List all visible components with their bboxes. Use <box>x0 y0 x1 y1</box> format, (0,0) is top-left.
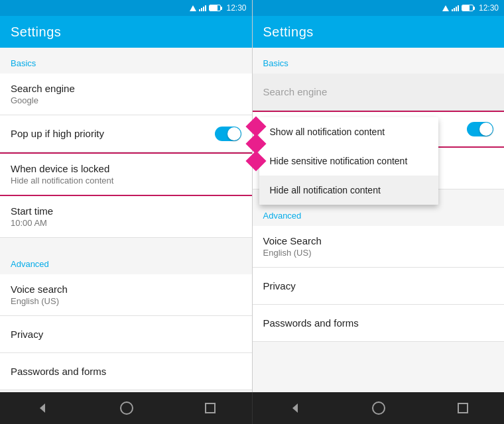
time-right: 12:30 <box>479 3 499 13</box>
svg-marker-0 <box>40 403 45 413</box>
toggle-knob-right <box>479 123 493 136</box>
back-button-right[interactable] <box>278 397 311 419</box>
dropdown-item-show-all[interactable]: Show all notification content <box>259 117 438 146</box>
status-bar-content-right: 12:30 <box>442 3 499 13</box>
item-passwords-right[interactable]: Passwords and forms <box>253 305 505 342</box>
start-time-title-left: Start time <box>11 205 241 217</box>
privacy-title-right: Privacy <box>263 280 494 292</box>
voice-search-subtitle-right: English (US) <box>263 248 494 258</box>
nav-right <box>253 392 505 424</box>
status-bar-right: 12:30 <box>253 0 505 16</box>
app-bar-title-left: Settings <box>11 25 61 40</box>
item-privacy-left[interactable]: Privacy <box>0 316 252 353</box>
wifi-icon-left <box>190 5 196 11</box>
back-button-left[interactable] <box>25 397 58 419</box>
time-left: 12:30 <box>226 3 246 13</box>
status-bar-left: 12:30 <box>0 0 252 16</box>
back-icon-left <box>36 402 48 414</box>
passwords-title-right: Passwords and forms <box>263 317 494 329</box>
dropdown-item-hide-all[interactable]: Hide all notification content <box>259 176 438 205</box>
section-basics-left: Basics <box>0 48 252 74</box>
home-icon-right <box>372 401 385 415</box>
item-device-locked-left[interactable]: When device is locked Hide all notificat… <box>0 152 252 196</box>
toggle-popup-left[interactable] <box>215 127 241 141</box>
signal-icon-right <box>452 5 459 11</box>
recents-icon-left <box>205 403 216 413</box>
voice-search-title-left: Voice search <box>11 284 241 295</box>
dropdown-menu: Show all notification content Hide sensi… <box>259 117 438 205</box>
app-bar-right: Settings <box>253 16 505 48</box>
back-icon-right <box>288 402 300 414</box>
home-icon-left <box>120 401 133 415</box>
item-search-engine-left[interactable]: Search engine Google <box>0 74 252 115</box>
start-time-subtitle-left: 10:00 AM <box>11 218 241 228</box>
voice-search-subtitle-left: English (US) <box>11 296 241 306</box>
signal-icon-left <box>199 5 206 11</box>
item-popup-left[interactable]: Pop up if high priority <box>0 115 252 152</box>
home-button-right[interactable] <box>361 396 396 420</box>
device-locked-title-left: When device is locked <box>11 163 241 174</box>
section-basics-right: Basics <box>253 48 505 74</box>
recents-icon-right <box>458 403 468 413</box>
search-engine-subtitle-left: Google <box>11 95 241 105</box>
section-advanced-left: Advanced <box>0 248 252 274</box>
passwords-title-left: Passwords and forms <box>11 366 241 377</box>
divider-left <box>0 238 252 248</box>
recents-button-left[interactable] <box>194 398 226 419</box>
svg-marker-1 <box>292 403 298 413</box>
settings-content-left[interactable]: Basics Search engine Google Pop up if hi… <box>0 48 252 392</box>
wifi-icon-right <box>442 5 449 11</box>
item-search-engine-right[interactable]: Search engine <box>253 74 505 111</box>
battery-icon-left <box>209 5 222 11</box>
item-start-time-left[interactable]: Start time 10:00 AM <box>0 196 252 238</box>
item-privacy-right[interactable]: Privacy <box>253 268 505 305</box>
status-bar-content-left: 12:30 <box>190 3 246 13</box>
toggle-knob-left <box>227 127 241 140</box>
voice-search-title-right: Voice Search <box>263 235 494 246</box>
item-voice-search-right[interactable]: Voice Search English (US) <box>253 226 505 268</box>
app-bar-left: Settings <box>0 16 252 48</box>
device-locked-subtitle-left: Hide all notification content <box>11 176 241 186</box>
popup-title-left: Pop up if high priority <box>11 128 215 139</box>
left-screen: 12:30 Settings Basics Search engine Goog… <box>0 0 253 392</box>
dropdown-context: Pop up if high priority Show all notific… <box>253 111 505 148</box>
right-screen: 12:30 Settings Basics Search engine Pop … <box>253 0 505 392</box>
privacy-title-left: Privacy <box>11 329 241 340</box>
search-engine-title-left: Search engine <box>11 83 241 94</box>
battery-icon-right <box>462 5 475 11</box>
diamond-divider <box>249 119 263 168</box>
settings-content-right[interactable]: Basics Search engine Pop up if high prio… <box>253 48 505 392</box>
nav-left <box>0 392 253 424</box>
app-bar-title-right: Settings <box>263 25 314 40</box>
item-passwords-left[interactable]: Passwords and forms <box>0 353 252 390</box>
recents-button-right[interactable] <box>447 398 479 419</box>
toggle-popup-right[interactable] <box>467 122 493 136</box>
diamond-bottom <box>245 150 266 171</box>
dropdown-item-hide-sensitive[interactable]: Hide sensitive notification content <box>259 146 438 176</box>
nav-bar <box>0 392 504 424</box>
home-button-left[interactable] <box>109 396 144 420</box>
item-voice-search-left[interactable]: Voice search English (US) <box>0 274 252 316</box>
search-engine-title-right: Search engine <box>263 86 494 97</box>
